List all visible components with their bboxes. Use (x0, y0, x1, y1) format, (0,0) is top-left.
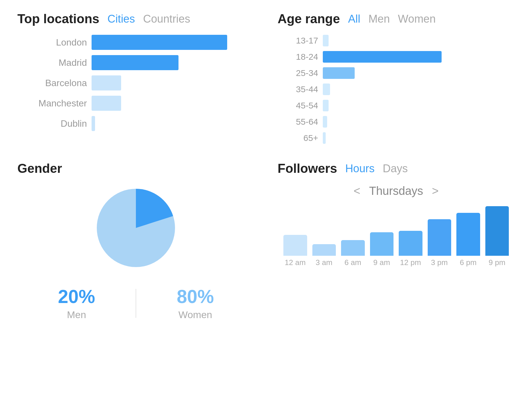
tab-hours[interactable]: Hours (345, 162, 374, 175)
gender-stats: 20% Men 80% Women (17, 280, 254, 326)
bar-track (92, 55, 254, 70)
age-bar-track (323, 100, 515, 111)
age-range-section: Age range All Men Women 13-1718-2425-343… (278, 12, 515, 144)
gender-women-stat: 80% Women (136, 280, 254, 326)
age-bar-row: 18-24 (283, 51, 515, 63)
hour-bar-wrap: 6 am (341, 240, 365, 267)
bar-row: Manchester (23, 96, 254, 111)
tab-countries[interactable]: Countries (143, 13, 190, 25)
hour-bar (370, 232, 394, 256)
bar-fill (92, 55, 178, 70)
age-bar-track (323, 132, 515, 144)
bar-label: Dublin (23, 118, 87, 129)
age-bar-fill (323, 51, 442, 63)
hour-bar-label: 6 pm (460, 258, 477, 267)
gender-title: Gender (17, 161, 62, 176)
bar-row: Barcelona (23, 75, 254, 90)
bar-label: Madrid (23, 57, 87, 68)
age-bar-row: 55-64 (283, 116, 515, 128)
hour-bar (341, 240, 365, 256)
women-percentage: 80% (177, 286, 214, 307)
bar-label: Barcelona (23, 78, 87, 88)
bar-track (92, 35, 254, 50)
age-bar-fill (323, 67, 355, 79)
age-label: 25-34 (283, 68, 318, 78)
day-navigator: < Thursdays > (278, 184, 515, 197)
age-range-title: Age range (278, 12, 340, 26)
gender-men-stat: 20% Men (17, 280, 136, 326)
age-label: 65+ (283, 133, 318, 143)
hour-bar-label: 9 pm (489, 258, 505, 267)
men-percentage: 20% (58, 286, 95, 307)
hour-bar (485, 206, 509, 256)
hour-bar-wrap: 3 pm (428, 219, 451, 267)
hour-bar-wrap: 9 pm (485, 206, 509, 267)
followers-header: Followers Hours Days (278, 161, 515, 176)
hour-bar (456, 213, 480, 256)
bar-label: Manchester (23, 98, 87, 109)
tab-men[interactable]: Men (368, 13, 390, 25)
current-day-label: Thursdays (369, 184, 423, 197)
prev-day-button[interactable]: < (354, 184, 360, 197)
age-bar-row: 45-54 (283, 100, 515, 111)
dashboard: Top locations Cities Countries LondonMad… (17, 12, 515, 326)
top-locations-header: Top locations Cities Countries (17, 12, 254, 26)
hour-bar-wrap: 6 pm (456, 213, 480, 267)
hour-bar-label: 6 am (345, 258, 361, 267)
age-bar-row: 25-34 (283, 67, 515, 79)
age-label: 55-64 (283, 117, 318, 127)
age-bar-fill (323, 35, 329, 46)
tab-women[interactable]: Women (398, 13, 436, 25)
bar-fill (92, 35, 227, 50)
hour-bar-wrap: 3 am (312, 244, 336, 267)
age-bar-row: 35-44 (283, 84, 515, 95)
tab-days[interactable]: Days (383, 162, 408, 175)
age-label: 35-44 (283, 84, 318, 94)
hour-bar-label: 12 am (285, 258, 306, 267)
bar-fill (92, 75, 121, 90)
hour-bar-label: 12 pm (400, 258, 421, 267)
age-bar-fill (323, 132, 326, 144)
hour-chart: 12 am3 am6 am9 am12 pm3 pm6 pm9 pm (278, 209, 515, 267)
top-locations-section: Top locations Cities Countries LondonMad… (17, 12, 254, 144)
top-locations-title: Top locations (17, 12, 99, 26)
followers-section: Followers Hours Days < Thursdays > 12 am… (278, 161, 515, 326)
men-label: Men (67, 309, 86, 320)
women-label: Women (178, 309, 212, 320)
pie-chart-container (17, 184, 254, 271)
top-locations-chart: LondonMadridBarcelonaManchesterDublin (17, 35, 254, 131)
bar-row: Madrid (23, 55, 254, 70)
age-label: 45-54 (283, 101, 318, 110)
hour-bar-wrap: 12 am (283, 235, 307, 267)
age-bar-fill (323, 84, 330, 95)
age-bar-track (323, 35, 515, 46)
bar-fill (92, 116, 95, 131)
bar-track (92, 116, 254, 131)
hour-bar (428, 219, 451, 256)
tab-cities[interactable]: Cities (108, 13, 135, 25)
tab-all[interactable]: All (348, 13, 360, 25)
age-bar-track (323, 116, 515, 128)
bar-track (92, 96, 254, 111)
age-label: 18-24 (283, 52, 318, 62)
followers-title: Followers (278, 161, 337, 176)
hour-bar (312, 244, 336, 256)
bar-label: London (23, 37, 87, 48)
gender-pie-chart (92, 184, 179, 271)
next-day-button[interactable]: > (432, 184, 438, 197)
bar-fill (92, 96, 121, 111)
age-label: 13-17 (283, 36, 318, 46)
age-bar-fill (323, 116, 327, 128)
hour-bar-wrap: 9 am (370, 232, 394, 267)
age-bar-track (323, 67, 515, 79)
hour-bar-wrap: 12 pm (399, 231, 422, 267)
hour-bar-label: 3 am (316, 258, 332, 267)
bar-row: London (23, 35, 254, 50)
gender-header: Gender (17, 161, 254, 176)
hour-bar-label: 9 am (373, 258, 390, 267)
hour-bar-label: 3 pm (431, 258, 448, 267)
age-bar-row: 13-17 (283, 35, 515, 46)
hour-bar (399, 231, 422, 256)
bar-track (92, 75, 254, 90)
age-bar-fill (323, 100, 329, 111)
